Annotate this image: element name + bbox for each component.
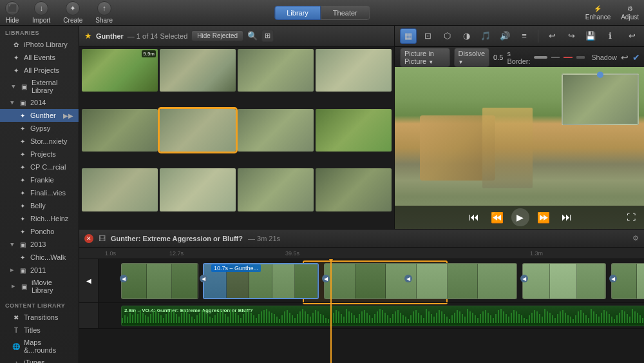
hide-button[interactable]: ⬛ Hide — [5, 1, 19, 24]
sidebar-item-external-library[interactable]: ▶ ▣ External Library — [0, 77, 79, 96]
clip-11[interactable] — [238, 168, 314, 211]
sidebar-item-stor-nxiety[interactable]: ✦ Stor...nxiety — [0, 135, 79, 148]
transition-marker-5[interactable]: ◀ — [520, 275, 528, 282]
preview-vol-btn[interactable]: 🔊 — [497, 28, 513, 44]
timeline-magnet-icon[interactable]: ⚙ — [632, 234, 639, 242]
sidebar-item-finali-vies[interactable]: ✦ Finali...vies — [0, 186, 79, 199]
timeline-close-btn[interactable]: ✕ — [84, 234, 93, 243]
play-pause-btn[interactable]: ▶ — [511, 208, 529, 226]
sidebar-item-gunther[interactable]: ✦ Gunther ▶▶ — [0, 109, 79, 122]
tab-library[interactable]: Library — [274, 6, 321, 20]
preview-eq-btn[interactable]: ≡ — [516, 28, 533, 44]
svg-rect-120 — [431, 314, 432, 323]
sidebar-item-titles[interactable]: T Titles — [0, 324, 79, 337]
clip-1[interactable]: 9.9m — [82, 49, 158, 92]
preview-filter-btn[interactable]: ⬡ — [439, 28, 455, 44]
step-back-btn[interactable]: ⏪ — [488, 208, 506, 226]
enhance-button[interactable]: ⚡ Enhance — [585, 5, 611, 21]
preview-info-btn[interactable]: ℹ — [601, 28, 618, 44]
tab-theater[interactable]: Theater — [321, 6, 370, 20]
track-video-icon[interactable]: ◀ — [86, 277, 91, 284]
svg-rect-181 — [588, 318, 589, 323]
pip-mode-select[interactable]: Picture in Picture — [400, 48, 450, 67]
sidebar-item-itunes[interactable]: ♪ iTunes — [0, 356, 79, 363]
sidebar-item-2013[interactable]: ▶ ▣ 2013 — [0, 238, 79, 251]
preview-crop-btn[interactable]: ⊡ — [419, 28, 436, 44]
svg-rect-23 — [181, 313, 182, 323]
sidebar-item-all-events[interactable]: ✦ All Events — [0, 51, 79, 64]
clip-7[interactable] — [238, 109, 314, 152]
transition-marker-6[interactable]: ◀ — [609, 275, 617, 282]
chic-icon: ✦ — [18, 253, 27, 262]
preview-save-btn[interactable]: 💾 — [582, 28, 599, 44]
sidebar-item-all-projects[interactable]: ✦ All Projects — [0, 64, 79, 77]
video-pip[interactable] — [562, 74, 639, 125]
transition-marker-1[interactable]: ◀ — [120, 275, 128, 282]
create-button[interactable]: ✦ Create — [63, 1, 82, 24]
go-to-end-btn[interactable]: ⏭ — [558, 208, 576, 226]
sidebar-item-gypsy[interactable]: ✦ Gypsy — [0, 122, 79, 135]
clip-5[interactable] — [82, 109, 158, 152]
preview-undo-btn[interactable]: ↩ — [544, 28, 560, 44]
go-to-start-btn[interactable]: ⏮ — [465, 208, 483, 226]
svg-rect-86 — [343, 317, 345, 323]
fullscreen-btn[interactable]: ⛶ — [622, 208, 640, 226]
preview-color-btn[interactable]: ◑ — [458, 28, 475, 44]
video-clip-1[interactable] — [121, 263, 198, 299]
sidebar-item-projects[interactable]: ✦ Projects — [0, 148, 79, 161]
import-button[interactable]: ↓ Import — [32, 1, 50, 24]
sidebar-item-cp-crcial[interactable]: ✦ CP C...rcial — [0, 161, 79, 173]
step-forward-btn[interactable]: ⏩ — [535, 208, 553, 226]
svg-rect-24 — [184, 310, 185, 323]
svg-rect-15 — [160, 315, 162, 323]
adjust-button[interactable]: ⚙ Adjust — [621, 5, 639, 21]
clip-8[interactable] — [316, 109, 392, 152]
pip-transition-select[interactable]: Dissolve — [454, 48, 490, 67]
preview-mode-btn[interactable]: ▦ — [400, 28, 417, 44]
hide-rejected-button[interactable]: Hide Rejected — [191, 30, 243, 41]
audio-clip-main[interactable]: 2.8m – VO-4: Gunther: Extreme Aggression… — [121, 306, 644, 326]
preview-audio-btn[interactable]: 🎵 — [477, 28, 494, 44]
pip-line-3[interactable] — [576, 56, 585, 59]
clip-9[interactable] — [82, 168, 158, 211]
svg-rect-25 — [186, 311, 187, 323]
sidebar-item-2014[interactable]: ▶ ▣ 2014 — [0, 96, 79, 109]
video-clip-5[interactable] — [611, 263, 644, 299]
clip-6[interactable] — [160, 109, 236, 152]
sidebar-item-maps-rounds[interactable]: 🌐 Maps &...rounds — [0, 337, 79, 356]
svg-rect-98 — [374, 314, 375, 323]
svg-rect-40 — [225, 314, 226, 323]
sidebar-item-imovie-library[interactable]: ▶ ▣ iMovie Library — [0, 277, 79, 296]
video-pip-handle[interactable] — [597, 72, 603, 78]
transition-marker-4[interactable]: ◀ — [404, 275, 412, 282]
sidebar-item-belly[interactable]: ✦ Belly — [0, 199, 79, 212]
clip-10[interactable] — [160, 168, 236, 211]
preview-redo-btn[interactable]: ↪ — [563, 28, 580, 44]
transition-marker-3[interactable]: ◀ — [322, 275, 330, 282]
sidebar-item-transitions[interactable]: ✖ Transitions — [0, 311, 79, 324]
preview-back-btn[interactable]: ↩ — [623, 28, 640, 44]
sidebar-item-frankie[interactable]: ✦ Frankie — [0, 173, 79, 186]
preview-video-area[interactable]: ⏮ ⏪ ▶ ⏩ ⏭ ⛶ — [395, 67, 644, 229]
sidebar-item-2011[interactable]: ▶ ▣ 2011 — [0, 264, 79, 277]
clip-2[interactable] — [160, 49, 236, 92]
svg-rect-61 — [279, 319, 280, 323]
sidebar-item-chic-walk[interactable]: ✦ Chic...Walk — [0, 251, 79, 264]
video-clip-4[interactable] — [522, 263, 606, 299]
pip-color-dot[interactable] — [534, 56, 547, 59]
svg-rect-41 — [227, 317, 229, 323]
sidebar-item-poncho[interactable]: ✦ Poncho — [0, 225, 79, 238]
sidebar-item-iphoto[interactable]: ✿ iPhoto Library — [0, 38, 79, 51]
transition-marker-2[interactable]: ◀ — [200, 275, 207, 282]
clip-3[interactable] — [238, 49, 314, 92]
svg-rect-99 — [377, 311, 378, 323]
share-button[interactable]: ↑ Share — [95, 1, 113, 24]
pip-confirm-btn[interactable]: ✔ — [632, 52, 640, 63]
sidebar-item-rich-heinz[interactable]: ✦ Rich...Heinz — [0, 212, 79, 225]
clip-12[interactable] — [316, 168, 392, 211]
video-clip-3[interactable] — [324, 263, 517, 299]
svg-rect-189 — [609, 314, 610, 323]
clip-4[interactable] — [316, 49, 392, 92]
pip-cancel-btn[interactable]: ↩ — [621, 52, 629, 63]
browser-view-toggle[interactable]: ⊞ — [261, 30, 274, 42]
